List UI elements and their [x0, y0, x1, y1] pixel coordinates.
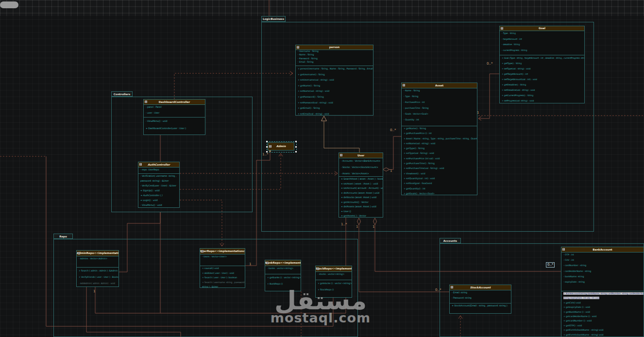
class-member-row[interactable]: + getUsername() : String [296, 72, 373, 78]
class-attribute-row[interactable]: - Name : String [296, 53, 373, 56]
selection-handle[interactable] [295, 151, 297, 152]
class-member-row[interactable]: + Search ( username: string , password : [200, 280, 245, 285]
multiplicity-label[interactable]: 1..* [262, 152, 268, 156]
connector-controllers-adminrepo[interactable] [119, 212, 160, 272]
class-member-row[interactable]: + BankRepo () [265, 281, 301, 287]
class-attribute-row[interactable]: - Goals : Vector<Goal> [402, 111, 477, 117]
class-attribute-row[interactable]: - Email :string [450, 290, 511, 295]
class-attribute-row[interactable]: - PurchasePrice : int [402, 100, 477, 105]
class-member-row[interactable]: + getQuantity() : int [402, 186, 477, 191]
selection-handle[interactable] [266, 151, 268, 152]
class-member-row[interactable]: + VerifyFriends ( user : User ) : Boolea… [77, 274, 119, 280]
class-asset[interactable]: Asset- Name : String- Type : String- Pur… [401, 83, 477, 195]
class-member-row[interactable]: + getcardNumber () : void [561, 319, 644, 323]
class-member-row[interactable]: - ViewMenu() : void [144, 118, 205, 125]
class-authcontroller[interactable]: AuthController- repo :UserRepo- Verifica… [138, 162, 180, 208]
class-member-row[interactable]: + getAssets( ) : Vector [339, 214, 383, 217]
class-attribute-row[interactable]: - Stocks : Vector<StockAccount> [339, 164, 383, 170]
class-member-row[interactable]: + getType() : String [500, 61, 584, 66]
class-attribute-row[interactable]: - cardNumber : string [561, 263, 644, 268]
class-attribute-row[interactable]: - user : User [144, 110, 205, 116]
class-adminrepo[interactable]: AdminRepo<<implementationclass>>- Admins… [76, 250, 119, 287]
uml-diagram-canvas[interactable]: مستقل mostaql.com ControllersLogicBusine… [0, 0, 644, 337]
class-stockrepo[interactable]: StockRepo<<implementationclass>>- stocks… [315, 266, 352, 298]
class-attribute-row[interactable]: - currentProgress : String [500, 48, 584, 53]
connector-auth-userrepo-dependency[interactable] [180, 200, 222, 246]
class-member-row[interactable]: + delAssets (asset :Asset ) void [339, 204, 383, 209]
class-member-row[interactable]: - Verification( username :string , [138, 174, 179, 179]
class-member-row[interactable]: + getAccounts() : Vector [339, 200, 383, 205]
multiplicity-label[interactable]: 1 [477, 111, 479, 115]
multiplicity-label[interactable]: 0..* [546, 262, 555, 268]
connector-adminrepo-routing[interactable] [86, 287, 181, 337]
class-member-row[interactable]: + setPurchaseTime(val : String) : void [402, 166, 477, 171]
class-attribute-row[interactable]: - expiryDate : string [561, 279, 644, 285]
class-attribute-row[interactable]: - purchaseTime : String [402, 105, 477, 111]
class-attribute-row[interactable]: - Email : String [296, 60, 373, 64]
connector-user-asset[interactable] [389, 136, 401, 169]
class-member-row[interactable]: + Search ( admin : Admin ) :&Admin [77, 268, 119, 274]
class-attribute-row[interactable]: - repo :UserRepo [138, 167, 179, 172]
class-member-row[interactable]: + SearchAsset ( asset : Asset ) : boolea… [339, 177, 383, 182]
class-member-row[interactable]: + getGoals() : Vector<Goal> [402, 191, 477, 195]
multiplicity-label[interactable]: 1 [390, 169, 392, 173]
class-attribute-row[interactable]: - targetAmount : int [500, 36, 584, 42]
class-member-row[interactable]: + getCurrentProgress() : String [500, 93, 584, 98]
class-member-row[interactable]: string expiryDate, int otp, int cvv) [561, 296, 644, 300]
class-member-row[interactable]: + getPurchaseTime() : String [402, 161, 477, 166]
generalization-triangle[interactable] [322, 116, 327, 121]
class-member-row[interactable]: + Goal (Type : string , targetAmount : i… [500, 55, 584, 61]
class-attribute-row[interactable]: - Name : String [402, 88, 477, 94]
class-member-row[interactable]: string ) : &User [200, 285, 245, 287]
connector-left-routing[interactable] [46, 156, 333, 326]
multiplicity-label[interactable]: 1 [93, 289, 95, 293]
class-member-row[interactable]: + getBankName () : void [561, 310, 644, 314]
class-member-row[interactable]: + setGoal(goal : Goal)void [402, 181, 477, 186]
selection-rect[interactable] [267, 141, 297, 152]
class-member-row[interactable]: + setType(val : string) : void [500, 66, 584, 71]
class-member-row[interactable]: + setPassword(val : string) : void [296, 100, 373, 106]
class-member-row[interactable]: + setAccount( account : Account) : void [339, 186, 383, 191]
class-member-row[interactable]: + getbanks () : vector <string> [265, 274, 301, 281]
class-attribute-row[interactable]: - deadline : String [500, 42, 584, 48]
class-member-row[interactable]: + setType(val : String) : void [402, 151, 477, 156]
class-member-row[interactable]: + setPurchasePrice (int val) : void [402, 156, 477, 161]
selection-handle[interactable] [266, 141, 268, 142]
class-member-row[interactable]: + User () [339, 209, 383, 214]
aggregation-diamond[interactable] [357, 218, 361, 225]
class-member-row[interactable]: + getstocks () : vector <string> [316, 280, 352, 286]
class-attribute-row[interactable]: - Username : String [296, 50, 373, 53]
class-member-row[interactable]: + Asset ( Name : string , Type : string … [402, 136, 477, 141]
class-member-row[interactable]: - ViewMenu() : void [138, 203, 179, 207]
connector-user-bankaccount[interactable] [375, 224, 561, 271]
connector-admin-userrepo[interactable] [245, 152, 270, 266]
multiplicity-label[interactable]: 1..* [341, 222, 347, 226]
class-member-row[interactable]: password :string) : &User [138, 179, 179, 184]
multiplicity-label[interactable]: 0..* [487, 62, 492, 66]
class-member-row[interactable]: + AuthController ( ) [138, 193, 179, 198]
class-member-row[interactable]: + getPurchasePrice () : int [402, 131, 477, 136]
class-bankaccount[interactable]: BankAccount- OTP : int- CVV : int- cardN… [561, 247, 644, 337]
aggregation-diamond[interactable] [373, 218, 377, 225]
class-attribute-row[interactable]: - stocks : vector<string> [316, 271, 352, 277]
class-member-row[interactable]: + setDeadline(val : string) : void [500, 87, 584, 93]
class-member-row[interactable]: + AddUser( user : User) : void [200, 271, 245, 276]
class-attribute-row[interactable]: - OTP : int [561, 252, 644, 257]
class-member-row[interactable]: - VerifyCred(user : User) : &User [138, 184, 179, 188]
class-member-row[interactable]: + setUsername(val : string) : void [296, 77, 373, 83]
class-attribute-row[interactable]: - Assets : Vector<Asset> [339, 170, 383, 176]
connector-user-stockaccount[interactable] [359, 224, 449, 292]
multiplicity-label[interactable]: 0..* [390, 128, 396, 132]
class-member-row[interactable]: - AddAdmin( admin: Admin) : void [77, 280, 119, 286]
class-member-row[interactable]: + getDeadline() : String [500, 82, 584, 87]
class-member-row[interactable]: + getTargetAmount() : int [500, 71, 584, 77]
connector-asset-goal[interactable] [478, 74, 499, 118]
class-member-row[interactable]: + getName() : String [402, 126, 477, 131]
class-member-row[interactable]: + getType() : String [402, 146, 477, 151]
class-attribute-row[interactable]: - cardHolderName : string [561, 269, 644, 274]
class-member-row[interactable]: + SignUp() : void [138, 188, 179, 193]
class-member-row[interactable]: + getcardHolderName () : void [561, 314, 644, 319]
selection-handle[interactable] [295, 141, 297, 142]
class-dashboardcontroller[interactable]: DashboardController- panel : Panel- user… [143, 99, 205, 135]
class-member-row[interactable]: + setName(val : string) : void [402, 141, 477, 146]
